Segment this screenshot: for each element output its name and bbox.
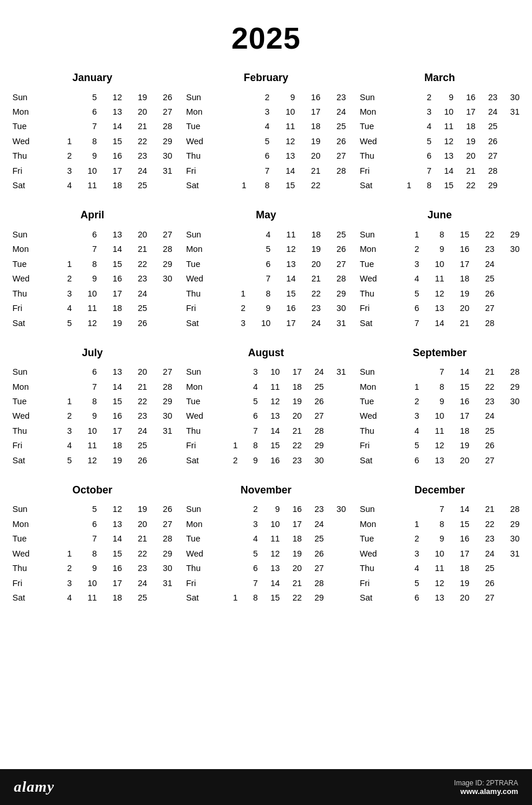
date-cell: 5 [399,576,422,590]
date-cell: 25 [124,178,149,193]
day-label: Thu [358,149,394,163]
date-cell: 6 [74,517,99,531]
date-cell: 2 [52,409,75,423]
date-cell: 3 [399,546,422,561]
date-cell [220,576,240,590]
date-cell [225,227,248,241]
table-row: Tue4111825 [184,119,348,134]
date-cell: 31 [500,104,522,119]
date-cell [399,502,422,517]
date-cell: 16 [99,149,124,163]
date-cell [225,272,248,286]
month-block-may: MaySun4111825Mon5121926Tue6132027Wed7142… [179,203,353,341]
date-cell: 18 [99,301,124,316]
date-cell: 9 [421,394,446,409]
day-label: Sun [10,90,52,104]
table-row: Sun291623 [184,90,348,104]
date-cell [326,379,348,394]
date-cell [497,438,522,453]
footer: alamy Image ID: 2PTRARA www.alamy.com [0,769,532,805]
date-cell [226,90,249,104]
date-cell: 10 [421,257,446,271]
date-cell: 15 [260,438,282,453]
table-row: Fri310172431 [10,163,175,178]
date-cell: 15 [99,257,124,271]
date-cell: 30 [149,409,174,423]
date-cell: 9 [421,242,446,257]
month-table-november: Sun29162330Mon3101724Tue4111825Wed512192… [184,502,348,605]
date-cell: 26 [472,576,497,590]
date-cell: 22 [124,546,149,561]
date-cell: 11 [272,119,298,134]
date-cell: 29 [497,517,522,531]
date-cell: 29 [304,438,326,453]
date-cell: 14 [260,423,282,438]
date-cell: 11 [74,438,99,453]
date-cell: 30 [149,561,174,576]
day-label: Wed [184,546,220,561]
date-cell: 17 [282,517,304,531]
month-table-april: Sun6132027Mon7142128Tue18152229Wed291623… [10,227,175,330]
table-row: Fri310172431 [10,576,175,590]
date-cell: 19 [282,546,304,561]
month-table-march: Sun29162330Mon310172431Tue4111825Wed5121… [358,90,522,193]
date-cell: 23 [478,90,500,104]
date-cell: 7 [240,576,261,590]
date-cell: 23 [472,394,497,409]
date-cell: 8 [74,546,99,561]
date-cell [500,134,522,148]
date-cell [326,576,348,590]
date-cell: 20 [298,257,323,271]
date-cell: 11 [421,561,446,576]
date-cell: 31 [497,546,522,561]
table-row: Tue4111825 [358,119,522,134]
date-cell: 7 [240,423,261,438]
table-row: Tue7142128 [10,532,175,546]
date-cell: 1 [225,286,248,301]
table-row: Thu18152229 [184,286,348,301]
date-cell: 12 [260,394,282,409]
date-cell: 15 [446,227,471,241]
date-cell: 26 [304,546,326,561]
date-cell: 13 [99,365,124,379]
day-label: Mon [184,242,225,257]
date-cell: 16 [298,90,323,104]
date-cell: 5 [240,546,261,561]
month-title-december: December [358,484,522,496]
date-cell: 15 [273,286,298,301]
day-label: Mon [358,104,394,119]
date-cell: 29 [149,394,174,409]
table-row: Sun29162330 [358,90,522,104]
date-cell: 25 [472,423,497,438]
date-cell: 22 [472,227,497,241]
day-label: Thu [358,423,399,438]
table-row: Sat18152229 [358,178,522,193]
date-cell: 29 [497,379,522,394]
date-cell: 20 [282,561,304,576]
page: 2025 JanuarySun5121926Mon6132027Tue71421… [0,0,532,805]
day-label: Mon [10,242,52,257]
date-cell: 27 [149,227,174,241]
date-cell: 21 [282,576,304,590]
date-cell: 15 [272,178,298,193]
date-cell [497,286,522,301]
footer-url: www.alamy.com [454,787,518,796]
date-cell [149,301,174,316]
date-cell: 19 [124,90,149,104]
date-cell: 8 [249,178,272,193]
date-cell: 31 [326,365,348,379]
date-cell: 22 [282,438,304,453]
date-cell: 12 [74,316,99,330]
day-label: Thu [184,286,225,301]
date-cell: 3 [52,576,75,590]
table-row: Fri7142128 [358,163,522,178]
date-cell: 20 [124,227,149,241]
table-row: Sat6132027 [358,453,522,467]
day-label: Thu [184,149,226,163]
date-cell: 10 [248,316,273,330]
date-cell: 10 [272,104,298,119]
date-cell: 14 [434,163,456,178]
date-cell: 29 [478,178,500,193]
date-cell: 11 [74,591,99,605]
date-cell: 4 [240,379,261,394]
